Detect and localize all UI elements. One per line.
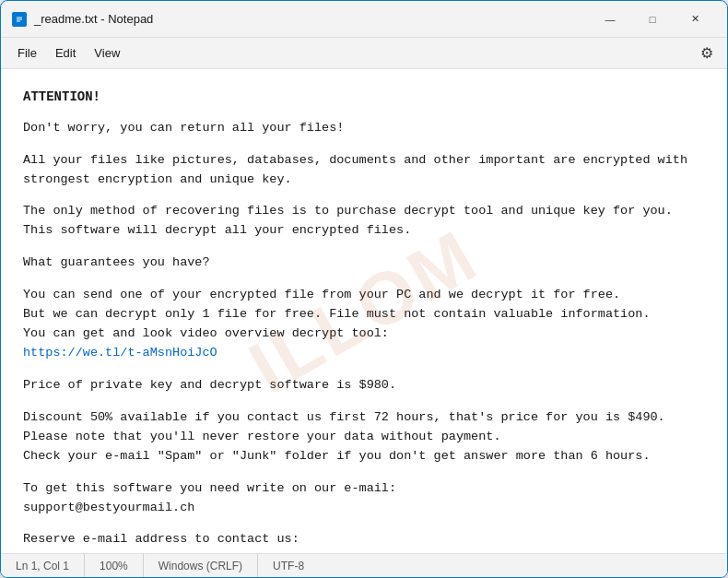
para5-line3: You can get and look video overview decr…	[23, 326, 389, 340]
window-controls: — □ ✕	[589, 5, 716, 34]
paragraph-4: What guarantees you have?	[23, 254, 705, 273]
file-menu[interactable]: File	[8, 42, 46, 64]
maximize-button[interactable]: □	[631, 5, 674, 34]
reserve-email: supportsys@airmail.cc	[23, 551, 180, 553]
paragraph-8: To get this software you need write on o…	[23, 479, 705, 518]
view-menu[interactable]: View	[85, 42, 129, 64]
zoom-level: 100%	[85, 554, 144, 577]
menu-bar-right: ⚙	[694, 41, 720, 66]
para2-line1: All your files like pictures, databases,…	[23, 153, 687, 167]
close-button[interactable]: ✕	[674, 5, 716, 34]
status-bar: Ln 1, Col 1 100% Windows (CRLF) UTF-8	[1, 553, 727, 577]
text-editor-area[interactable]: ILLOM ATTENTION! Don't worry, you can re…	[1, 69, 727, 553]
para8-text: To get this software you need write on o…	[23, 481, 396, 495]
paragraph-1: Don't worry, you can return all your fil…	[23, 119, 705, 138]
para3-line1: The only method of recovering files is t…	[23, 204, 673, 218]
notepad-window: _readme.txt - Notepad — □ ✕ File Edit Vi…	[0, 0, 728, 578]
title-bar: _readme.txt - Notepad — □ ✕	[1, 1, 727, 38]
para4-text: What guarantees you have?	[23, 255, 210, 269]
edit-menu[interactable]: Edit	[46, 42, 85, 64]
para7-line2: Please note that you'll never restore yo…	[23, 430, 500, 443]
cursor-position: Ln 1, Col 1	[12, 554, 85, 577]
paragraph-9: Reserve e-mail address to contact us: su…	[23, 530, 705, 553]
line-ending: Windows (CRLF)	[144, 554, 258, 577]
paragraph-5: You can send one of your encrypted file …	[23, 286, 705, 363]
paragraph-7: Discount 50% available if you contact us…	[23, 408, 705, 466]
primary-email: support@bestyourmail.ch	[23, 501, 194, 514]
attention-heading: ATTENTION!	[23, 88, 705, 108]
decrypt-tool-link: https://we.tl/t-aMsnHoiJcO	[23, 346, 217, 360]
para1-text: Don't worry, you can return all your fil…	[23, 121, 344, 135]
para5-line1: You can send one of your encrypted file …	[23, 288, 620, 301]
window-title: _readme.txt - Notepad	[34, 12, 589, 26]
paragraph-3: The only method of recovering files is t…	[23, 202, 705, 241]
paragraph-2: All your files like pictures, databases,…	[23, 151, 705, 190]
para6-text: Price of private key and decrypt softwar…	[23, 378, 396, 392]
app-icon	[12, 12, 27, 27]
para2-line2: strongest encryption and unique key.	[23, 172, 292, 186]
para5-line2: But we can decrypt only 1 file for free.…	[23, 307, 651, 321]
paragraph-6: Price of private key and decrypt softwar…	[23, 376, 705, 395]
menu-bar: File Edit View ⚙	[1, 38, 727, 69]
encoding: UTF-8	[258, 554, 319, 577]
para7-line1: Discount 50% available if you contact us…	[23, 410, 665, 424]
para7-line3: Check your e-mail "Spam" or "Junk" folde…	[23, 449, 651, 463]
para3-line2: This software will decrypt all your encr…	[23, 223, 411, 237]
settings-icon[interactable]: ⚙	[694, 41, 720, 66]
minimize-button[interactable]: —	[589, 5, 631, 34]
reserve-email-label: Reserve e-mail address to contact us:	[23, 532, 299, 546]
